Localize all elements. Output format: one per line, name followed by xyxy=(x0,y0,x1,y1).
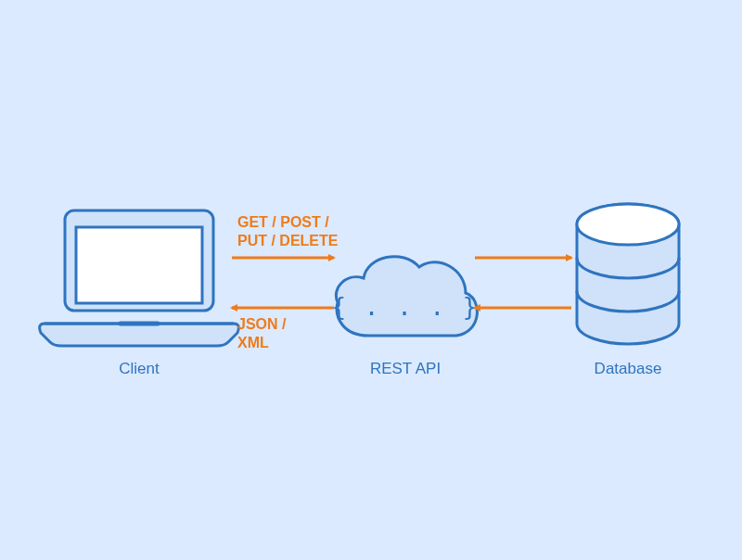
arrows-layer xyxy=(0,0,742,560)
diagram-stage: Client { . . . } REST API Database GET xyxy=(0,0,742,560)
response-format-label: JSON / XML xyxy=(237,315,286,352)
request-methods-label: GET / POST / PUT / DELETE xyxy=(237,213,338,250)
